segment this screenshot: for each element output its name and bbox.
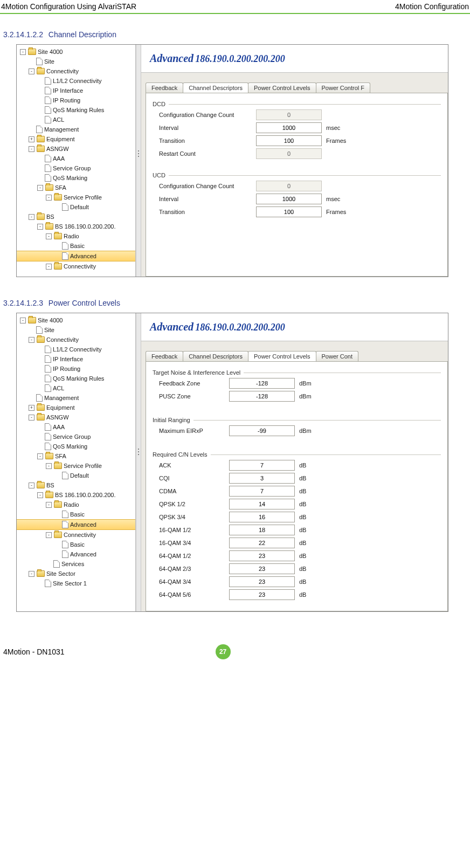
tab-power-control-levels2[interactable]: Power Control Levels	[248, 351, 316, 361]
input-cn-qpsk-3-4[interactable]	[229, 512, 295, 522]
tree-expander-icon[interactable]: -	[29, 68, 34, 74]
input-cn-64-qam-2-3[interactable]	[229, 563, 295, 574]
tree-expander-icon[interactable]: +	[29, 136, 34, 142]
tree-item-site-sector[interactable]: -Site Sector	[17, 569, 135, 578]
tree-item-bs-186-190-0-200-200-[interactable]: -BS 186.190.0.200.200.	[17, 490, 135, 500]
input-cn-ack[interactable]	[229, 460, 295, 471]
tree-item-management[interactable]: Management	[17, 393, 135, 403]
input-cn-64-qam-5-6[interactable]	[229, 589, 295, 600]
input-dcd-interval[interactable]	[256, 122, 322, 133]
tree-item-asngw[interactable]: -ASNGW	[17, 412, 135, 422]
input-cn-64-qam-1-2[interactable]	[229, 550, 295, 561]
input-cn-qpsk-1-2[interactable]	[229, 499, 295, 509]
tree-item-qos-marking[interactable]: QoS Marking	[17, 442, 135, 451]
splitter[interactable]	[136, 45, 141, 277]
tree-item-ip-routing[interactable]: IP Routing	[17, 364, 135, 374]
tree-item-service-group[interactable]: Service Group	[17, 163, 135, 173]
tree-expander-icon[interactable]: -	[46, 195, 52, 201]
tree-item-services[interactable]: Services	[17, 559, 135, 569]
tree-item-l1-l2-connectivity[interactable]: L1/L2 Connectivity	[17, 76, 135, 86]
input-cn-cdma[interactable]	[229, 486, 295, 497]
tree-item-qos-marking-rules[interactable]: QoS Marking Rules	[17, 374, 135, 383]
tree-expander-icon[interactable]: -	[46, 463, 52, 469]
tree-expander-icon[interactable]: -	[20, 49, 26, 55]
tree-item-ip-interface[interactable]: IP Interface	[17, 86, 135, 95]
tree-item-advanced[interactable]: Advanced	[17, 251, 135, 261]
tree-item-service-profile[interactable]: -Service Profile	[17, 192, 135, 202]
input-feedback-zone[interactable]	[229, 378, 295, 389]
input-cn-64-qam-3-4[interactable]	[229, 576, 295, 587]
tree-expander-icon[interactable]: -	[37, 224, 43, 230]
tree-item-site-4000[interactable]: -Site 4000	[17, 47, 135, 57]
tab-feedback2[interactable]: Feedback	[146, 351, 183, 361]
input-dcd-transition[interactable]	[256, 135, 322, 146]
tree-item-basic[interactable]: Basic	[17, 540, 135, 549]
tree-expander-icon[interactable]: -	[29, 214, 34, 220]
input-cn-cqi[interactable]	[229, 473, 295, 484]
tree-item-advanced[interactable]: Advanced	[17, 549, 135, 559]
tree-item-radio[interactable]: -Radio	[17, 231, 135, 241]
tree-item-l1-l2-connectivity[interactable]: L1/L2 Connectivity	[17, 345, 135, 354]
tree-expander-icon[interactable]: -	[29, 337, 34, 343]
tree-expander-icon[interactable]: -	[20, 318, 26, 323]
tree-item-acl[interactable]: ACL	[17, 383, 135, 393]
input-cn-16-qam-3-4[interactable]	[229, 538, 295, 548]
tree-item-qos-marking[interactable]: QoS Marking	[17, 173, 135, 183]
tree-expander-icon[interactable]: +	[29, 405, 34, 411]
tree-item-basic[interactable]: Basic	[17, 241, 135, 251]
tab-feedback[interactable]: Feedback	[146, 82, 183, 93]
tree-item-advanced[interactable]: Advanced	[17, 519, 135, 530]
tree-item-ip-interface[interactable]: IP Interface	[17, 354, 135, 364]
tree-item-service-group[interactable]: Service Group	[17, 432, 135, 442]
tree-expander-icon[interactable]: -	[29, 146, 34, 152]
tab-power-control-f[interactable]: Power Control F	[316, 82, 370, 93]
tree-item-radio[interactable]: -Radio	[17, 500, 135, 509]
tree-item-bs[interactable]: -BS	[17, 480, 135, 490]
tree-expander-icon[interactable]: -	[37, 185, 43, 191]
tree-item-site-4000[interactable]: -Site 4000	[17, 315, 135, 325]
tree-expander-icon[interactable]: -	[46, 264, 52, 270]
tree-expander-icon[interactable]: -	[29, 571, 34, 577]
tree-item-bs-186-190-0-200-200-[interactable]: -BS 186.190.0.200.200.	[17, 222, 135, 231]
tree-item-asngw[interactable]: -ASNGW	[17, 144, 135, 154]
input-pusc-zone[interactable]	[229, 391, 295, 402]
tree-item-aaa[interactable]: AAA	[17, 154, 135, 163]
tree-item-aaa[interactable]: AAA	[17, 422, 135, 432]
tree-item-equipment[interactable]: +Equipment	[17, 403, 135, 412]
tree-item-sfa[interactable]: -SFA	[17, 451, 135, 461]
tree-item-default[interactable]: Default	[17, 202, 135, 212]
tree-item-management[interactable]: Management	[17, 125, 135, 134]
tree-expander-icon[interactable]: -	[37, 453, 43, 459]
input-eirp[interactable]	[229, 425, 295, 436]
tab-power-cont2[interactable]: Power Cont	[316, 351, 358, 361]
tree-item-site[interactable]: Site	[17, 325, 135, 335]
tree-expander-icon[interactable]: -	[37, 492, 43, 498]
tree-expander-icon[interactable]: -	[29, 483, 34, 488]
tree-expander-icon[interactable]: -	[46, 532, 52, 538]
tree-item-site[interactable]: Site	[17, 57, 135, 66]
tree-item-connectivity[interactable]: -Connectivity	[17, 335, 135, 345]
tree-item-equipment[interactable]: +Equipment	[17, 134, 135, 144]
tree-item-bs[interactable]: -BS	[17, 212, 135, 222]
tree-item-qos-marking-rules[interactable]: QoS Marking Rules	[17, 105, 135, 115]
tree-item-default[interactable]: Default	[17, 471, 135, 480]
input-ucd-transition[interactable]	[256, 206, 322, 217]
tree-item-sfa[interactable]: -SFA	[17, 183, 135, 192]
tree-item-connectivity[interactable]: -Connectivity	[17, 66, 135, 76]
input-cn-16-qam-1-2[interactable]	[229, 525, 295, 535]
tree-item-connectivity[interactable]: -Connectivity	[17, 530, 135, 540]
tree-item-site-sector-1[interactable]: Site Sector 1	[17, 578, 135, 588]
tree-expander-icon[interactable]: -	[46, 502, 52, 508]
tree-expander-icon[interactable]: -	[29, 415, 34, 421]
tree-item-basic[interactable]: Basic	[17, 509, 135, 519]
input-ucd-interval[interactable]	[256, 194, 322, 204]
tab-channel-descriptors[interactable]: Channel Descriptors	[183, 82, 248, 93]
tab-power-control-levels[interactable]: Power Control Levels	[248, 82, 316, 93]
tree-item-service-profile[interactable]: -Service Profile	[17, 461, 135, 471]
splitter2[interactable]	[136, 313, 141, 611]
tree-item-ip-routing[interactable]: IP Routing	[17, 95, 135, 105]
tab-channel-descriptors2[interactable]: Channel Descriptors	[183, 351, 248, 361]
tree-item-connectivity[interactable]: -Connectivity	[17, 261, 135, 271]
tree-item-acl[interactable]: ACL	[17, 115, 135, 125]
tree-expander-icon[interactable]: -	[46, 233, 52, 239]
